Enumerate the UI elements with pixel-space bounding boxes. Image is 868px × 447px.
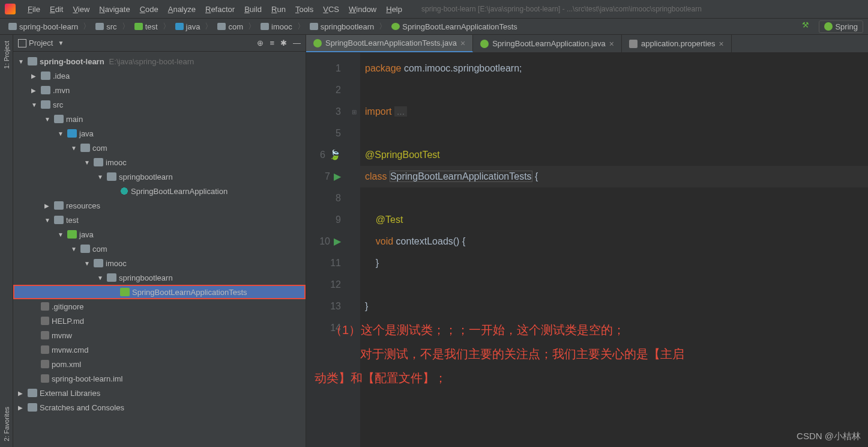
menu-edit[interactable]: Edit: [45, 2, 68, 16]
tree-arrow-icon[interactable]: ▼: [71, 145, 78, 151]
line-number[interactable]: 12: [306, 274, 341, 296]
tree-node-springbootlearn[interactable]: ▼springbootlearn: [13, 270, 306, 285]
tree-arrow-icon[interactable]: ▶: [18, 404, 25, 411]
line-number[interactable]: 1: [306, 58, 341, 79]
fold-marker[interactable]: [348, 144, 360, 166]
line-number[interactable]: 5: [306, 123, 341, 144]
tree-arrow-icon[interactable]: ▼: [31, 102, 38, 108]
tree-node-mvnw[interactable]: mvnw: [13, 328, 306, 342]
collapse-icon[interactable]: ≡: [270, 38, 274, 47]
tool-window-favorites[interactable]: 2: Favorites: [3, 407, 10, 441]
fold-marker[interactable]: [348, 296, 360, 317]
breadcrumb-test[interactable]: test: [131, 21, 161, 32]
menu-window[interactable]: Window: [344, 2, 381, 16]
locate-icon[interactable]: ⊕: [257, 38, 264, 47]
code-line-3[interactable]: import ...: [360, 101, 868, 123]
code-line-11[interactable]: }: [360, 252, 868, 274]
fold-marker[interactable]: [348, 274, 360, 296]
fold-marker[interactable]: [348, 231, 360, 252]
code-line-1[interactable]: package com.imooc.springbootlearn;: [360, 58, 868, 79]
tree-arrow-icon[interactable]: ▼: [84, 260, 91, 267]
line-number[interactable]: 8: [306, 187, 341, 209]
tree-node-main[interactable]: ▼main: [13, 112, 306, 126]
code-line-12[interactable]: [360, 274, 868, 296]
tree-node-mvnw-cmd[interactable]: mvnw.cmd: [13, 342, 306, 357]
menu-help[interactable]: Help: [381, 2, 407, 16]
line-number[interactable]: 11: [306, 252, 341, 274]
fold-marker[interactable]: [348, 58, 360, 79]
tree-arrow-icon[interactable]: ▼: [58, 130, 65, 137]
tree-node--mvn[interactable]: ▶.mvn: [13, 83, 306, 97]
line-number[interactable]: 2: [306, 79, 341, 101]
code-line-7[interactable]: class SpringBootLearnApplicationTests {: [360, 166, 868, 187]
fold-marker[interactable]: ⊞: [348, 101, 360, 123]
tree-node-external-libraries[interactable]: ▶External Libraries: [13, 386, 306, 400]
menu-refactor[interactable]: Refactor: [200, 2, 240, 16]
tab-springbootlearnapplication-java[interactable]: SpringBootLearnApplication.java×: [473, 35, 622, 52]
tree-node-imooc[interactable]: ▼imooc: [13, 155, 306, 169]
close-icon[interactable]: ×: [609, 39, 614, 49]
menu-build[interactable]: Build: [240, 2, 267, 16]
dropdown-arrow-icon[interactable]: ▼: [58, 40, 64, 46]
menu-file[interactable]: File: [23, 2, 45, 16]
project-tree[interactable]: ▼spring-boot-learnE:\java\spring-boot-le…: [13, 52, 306, 447]
tree-arrow-icon[interactable]: ▼: [58, 231, 65, 238]
breadcrumb-springbootlearnapplicationtests[interactable]: SpringBootLearnApplicationTests: [388, 21, 521, 32]
tree-arrow-icon[interactable]: ▼: [84, 159, 91, 166]
breadcrumb-springbootlearn[interactable]: springbootlearn: [306, 21, 378, 32]
breadcrumb-src[interactable]: src: [92, 21, 120, 32]
tree-node-spring-boot-learn[interactable]: ▼spring-boot-learnE:\java\spring-boot-le…: [13, 54, 306, 68]
tree-arrow-icon[interactable]: ▼: [71, 246, 78, 252]
tab-application-properties[interactable]: application.properties×: [622, 35, 732, 52]
menu-tools[interactable]: Tools: [291, 2, 318, 16]
tree-node-spring-boot-learn-iml[interactable]: spring-boot-learn.iml: [13, 371, 306, 386]
hammer-icon[interactable]: ⚒: [802, 20, 814, 32]
hide-icon[interactable]: —: [293, 38, 301, 47]
code-line-10[interactable]: void contextLoads() {: [360, 231, 868, 252]
line-number[interactable]: 7▶: [306, 166, 341, 187]
tree-node-com[interactable]: ▼com: [13, 242, 306, 256]
tab-springbootlearnapplicationtests-java[interactable]: SpringBootLearnApplicationTests.java×: [306, 35, 473, 52]
breadcrumb-com[interactable]: com: [214, 21, 247, 32]
tree-arrow-icon[interactable]: ▶: [31, 87, 38, 94]
line-number[interactable]: 3: [306, 101, 341, 123]
tool-window-project[interactable]: 1: Project: [3, 41, 10, 68]
run-config-button[interactable]: Spring: [819, 20, 863, 33]
line-number[interactable]: 10▶: [306, 231, 341, 252]
fold-marker[interactable]: [348, 187, 360, 209]
tree-arrow-icon[interactable]: ▶: [18, 390, 25, 397]
tree-node-imooc[interactable]: ▼imooc: [13, 256, 306, 270]
tree-arrow-icon[interactable]: ▶: [31, 73, 38, 79]
breadcrumb-java[interactable]: java: [172, 21, 204, 32]
tree-node-scratches-and-consoles[interactable]: ▶Scratches and Consoles: [13, 400, 306, 415]
tree-arrow-icon[interactable]: ▼: [18, 58, 25, 65]
breadcrumb-spring-boot-learn[interactable]: spring-boot-learn: [5, 21, 82, 32]
tree-node-resources[interactable]: ▶resources: [13, 198, 306, 213]
menu-vcs[interactable]: VCS: [318, 2, 344, 16]
fold-marker[interactable]: [348, 252, 360, 274]
tree-node-springbootlearnapplicationtests[interactable]: SpringBootLearnApplicationTests: [13, 285, 306, 299]
run-gutter-icon[interactable]: ▶: [334, 231, 341, 252]
menu-run[interactable]: Run: [267, 2, 291, 16]
menu-navigate[interactable]: Navigate: [94, 2, 134, 16]
tree-node-src[interactable]: ▼src: [13, 97, 306, 112]
gear-icon[interactable]: ✱: [280, 38, 287, 47]
line-number[interactable]: 9: [306, 209, 341, 231]
tree-node-test[interactable]: ▼test: [13, 213, 306, 227]
tree-node-springbootlearn[interactable]: ▼springbootlearn: [13, 169, 306, 184]
code-line-2[interactable]: [360, 79, 868, 101]
breadcrumb-imooc[interactable]: imooc: [257, 21, 296, 32]
run-gutter-icon[interactable]: ▶: [334, 166, 341, 187]
tree-arrow-icon[interactable]: ▶: [44, 202, 52, 209]
tree-arrow-icon[interactable]: ▼: [44, 116, 52, 123]
close-icon[interactable]: ×: [460, 38, 465, 48]
fold-marker[interactable]: [348, 123, 360, 144]
close-icon[interactable]: ×: [719, 39, 724, 49]
tree-arrow-icon[interactable]: ▼: [44, 217, 52, 224]
line-number[interactable]: 13: [306, 296, 341, 317]
tree-node-help-md[interactable]: HELP.md: [13, 314, 306, 328]
code-line-13[interactable]: }: [360, 296, 868, 317]
fold-marker[interactable]: [348, 79, 360, 101]
tree-node-java[interactable]: ▼java: [13, 227, 306, 242]
tree-node-com[interactable]: ▼com: [13, 141, 306, 155]
